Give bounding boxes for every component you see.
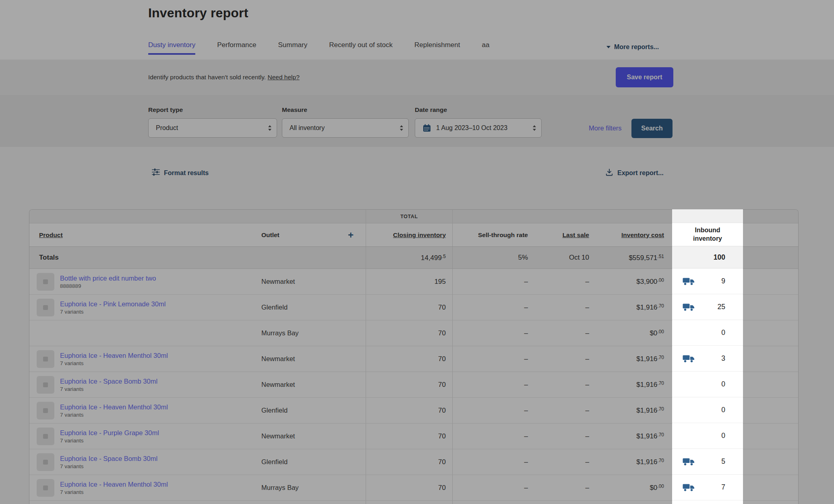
inbound-inventory-cell: 25 (672, 294, 743, 320)
date-range-filter: Date range 1 Aug 2023–10 Oct 2023 (415, 106, 542, 138)
more-filters-link[interactable]: More filters (589, 124, 622, 132)
closing-inventory-cell: 70 (366, 398, 453, 423)
outlet-cell: Newmarket (258, 269, 366, 294)
column-header-closing-inventory[interactable]: Closing inventory (393, 231, 446, 239)
closing-inventory-cell: 70 (366, 295, 453, 320)
report-type-select[interactable]: Product (148, 118, 277, 138)
inbound-inventory-cell: 3 (672, 346, 743, 372)
stepper-icon (400, 125, 403, 131)
outlet-cell: Murrays Bay (258, 320, 366, 346)
inbound-value: 3 (721, 354, 725, 363)
closing-inventory-cell: 70 (366, 372, 453, 397)
inbound-value: 5 (721, 457, 725, 466)
truck-icon (683, 355, 695, 363)
sell-through-cell: – (453, 346, 536, 372)
stepper-icon (533, 125, 536, 131)
totals-sell-through: 5% (453, 247, 536, 269)
product-subtext: 7 variants (60, 360, 168, 366)
tab-performance[interactable]: Performance (217, 41, 256, 55)
tab-recently-out-of-stock[interactable]: Recently out of stock (329, 41, 393, 55)
column-header-sell-through-rate: Sell-through rate (478, 231, 528, 239)
more-reports-menu[interactable]: More reports... (606, 43, 659, 51)
more-reports-label: More reports... (614, 43, 659, 51)
sell-through-cell: – (453, 475, 536, 500)
measure-filter: Measure All inventory (282, 106, 409, 138)
inbound-value: 0 (721, 432, 725, 440)
last-sale-cell: – (536, 423, 596, 449)
date-range-select[interactable]: 1 Aug 2023–10 Oct 2023 (415, 118, 542, 138)
column-header-inventory-cost[interactable]: Inventory cost (621, 231, 664, 239)
sell-through-cell: – (453, 295, 536, 320)
report-tabs: Dusty inventoryPerformanceSummaryRecentl… (148, 41, 489, 55)
sliders-icon (152, 168, 160, 178)
product-link[interactable]: Euphoria Ice - Heaven Menthol 30ml (60, 351, 168, 360)
tab-dusty-inventory[interactable]: Dusty inventory (148, 41, 195, 55)
product-link[interactable]: Euphoria Ice - Heaven Menthol 30ml (60, 403, 168, 411)
closing-inventory-cell: 195 (366, 269, 453, 294)
outlet-cell: Murrays Bay (258, 475, 366, 500)
chevron-down-icon (606, 46, 610, 48)
tab-aa[interactable]: aa (482, 41, 489, 55)
inventory-cost-cell: $3,900.00 (596, 269, 672, 294)
measure-label: Measure (282, 106, 409, 114)
product-link[interactable]: Euphoria Ice - Pink Lemonade 30ml (60, 300, 166, 308)
export-report-button[interactable]: Export report... (605, 168, 664, 178)
inbound-inventory-cell: 9 (672, 269, 743, 294)
tab-summary[interactable]: Summary (278, 41, 308, 55)
product-subtext: 7 variants (60, 438, 159, 444)
report-description: Identify products that haven't sold rece… (148, 74, 300, 81)
product-link[interactable]: Euphoria Ice - Space Bomb 30ml (60, 377, 157, 386)
column-header-product[interactable]: Product (39, 231, 63, 239)
product-subtext: 7 variants (60, 463, 157, 469)
totals-closing-inventory: 14,499.5 (366, 247, 453, 269)
inventory-cost-cell: $1,916.70 (596, 372, 672, 397)
product-subtext: 7 variants (60, 489, 168, 495)
inbound-inventory-cell: 7 (672, 475, 743, 500)
product-thumbnail (37, 428, 54, 445)
export-report-label: Export report... (617, 169, 664, 177)
totals-inventory-cost: $559,571.51 (596, 247, 672, 269)
inventory-cost-cell: $0.00 (596, 475, 672, 500)
last-sale-cell: – (536, 398, 596, 423)
product-subtext: 7 variants (60, 309, 166, 315)
truck-icon (683, 277, 695, 285)
add-column-icon[interactable]: + (348, 230, 354, 240)
inbound-inventory-cell: 0 (672, 397, 743, 423)
tab-replenishment[interactable]: Replenishment (414, 41, 460, 55)
product-link[interactable]: Bottle with price edit number two (60, 274, 156, 283)
product-link[interactable]: Euphoria Ice - Purple Grape 30ml (60, 429, 159, 437)
outlet-cell: Glenfield (258, 449, 366, 475)
image-placeholder-icon (43, 305, 48, 310)
product-thumbnail (37, 299, 54, 316)
inbound-inventory-cell: 0 (672, 320, 743, 346)
inventory-cost-cell: $1,916.70 (596, 346, 672, 372)
format-results-button[interactable]: Format results (152, 168, 209, 178)
page-title: Inventory report (148, 6, 248, 21)
product-thumbnail (37, 453, 54, 471)
product-link[interactable]: Euphoria Ice - Space Bomb 30ml (60, 454, 157, 463)
search-button[interactable]: Search (631, 119, 673, 138)
total-group-header: TOTAL (366, 210, 453, 223)
last-sale-cell: – (536, 295, 596, 320)
totals-last-sale: Oct 10 (536, 247, 596, 269)
last-sale-cell: – (536, 320, 596, 346)
measure-select[interactable]: All inventory (282, 118, 409, 138)
download-icon (605, 168, 613, 178)
save-report-button[interactable]: Save report (616, 67, 673, 87)
outlet-cell: Glenfield (258, 295, 366, 320)
last-sale-cell: – (536, 269, 596, 294)
report-type-label: Report type (148, 106, 277, 114)
inbound-value: 25 (718, 303, 725, 311)
sell-through-cell: – (453, 423, 536, 449)
inbound-value: 0 (721, 380, 725, 388)
report-type-filter: Report type Product (148, 106, 277, 138)
product-link[interactable]: Euphoria Ice - Heaven Menthol 30ml (60, 480, 168, 489)
inbound-value: 9 (721, 277, 725, 285)
last-sale-cell: – (536, 475, 596, 500)
sell-through-cell: – (453, 398, 536, 423)
outlet-cell: Newmarket (258, 372, 366, 397)
need-help-link[interactable]: Need help? (267, 74, 299, 81)
column-header-last-sale[interactable]: Last sale (563, 231, 589, 239)
inbound-strip-rows: 9 25 0 (672, 269, 743, 500)
image-placeholder-icon (43, 382, 48, 387)
